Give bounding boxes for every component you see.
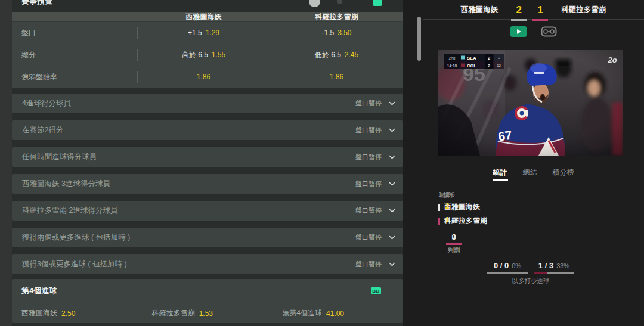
home-score: 2 [511,0,527,20]
live-badge-icon[interactable] [373,0,382,6]
market-label: 西雅圖海妖 3進球得分球員 [22,179,355,189]
scorebug-home-abbr: SEA [467,55,476,61]
market-label: 在賽節2得分 [22,125,355,135]
away-total: 1 [438,216,456,224]
chevron-down-icon [389,155,395,159]
video-scene: 95 [438,50,623,156]
home-total: 2 [438,202,456,210]
option-label: 科羅拉多雪崩 [152,308,195,318]
market-accordion-0[interactable]: 4進球得分球員 盤口暫停 [12,94,403,113]
market-accordion-4[interactable]: 科羅拉多雪崩 2進球得分球員 盤口暫停 [12,201,403,221]
table-row-handicap: 盤口 +1.5 1.29 -1.5 3.50 [12,21,403,44]
away-powerplay: 1 / 3 33% [532,261,575,274]
match-tracker-button[interactable] [541,26,557,37]
odds-value: 1.55 [212,51,225,59]
markets-topbar: 賽事預覽 [12,0,403,12]
away-penalties-bar [446,243,462,245]
option-label: 西雅圖海妖 [21,308,57,318]
scorebug-away-score: 2 [488,63,490,69]
column-divider [137,71,138,83]
rink-icon [541,26,557,37]
fourth-goal-header: 第4個進球 BB [12,279,403,303]
odds-cell-away-moneyline[interactable]: 1.86 [270,66,403,88]
odds-value: 41.00 [326,309,344,318]
option-home-fourth-goal[interactable]: 西雅圖海妖 2.50 [12,308,143,318]
market-status: 盤口暫停 [355,260,382,269]
powerplay-label: 以多打少進球 [512,277,550,285]
away-team-column-header: 科羅拉多雪崩 [270,12,403,21]
penalties-section: 3 判罰 0 判罰 [438,232,623,259]
market-status: 盤口暫停 [355,99,382,108]
market-accordion-1[interactable]: 在賽節2得分 盤口暫停 [12,120,403,140]
home-powerplay: 0 / 0 0% [486,261,529,274]
video-scorebug: 2nd SEA 2 1 14:18 COL 2 [444,54,504,69]
odds-value: 2.50 [61,309,75,318]
scorebug-away-abbr: COL [467,63,476,69]
period-scoreboard: 14:06 1 2 3 總分 西雅圖海妖 1 1 2 [438,191,623,226]
odds-value: 2.45 [345,51,358,59]
betting-app: 賽事預覽 西雅圖海妖 科羅拉多雪崩 盤口 +1.5 1.29 [0,0,644,326]
broadcaster-watermark: 2o [607,55,617,64]
home-powerplay-bar [487,272,528,274]
market-accordion-6[interactable]: 獲得3個或更多進球 ( 包括加時 ) 盤口暫停 [12,254,403,274]
home-powerplay-value: 0 / 0 [494,261,509,270]
menu-icon[interactable] [337,0,342,4]
tab-stats[interactable]: 統計 [493,165,507,181]
odds-cell-away-handicap[interactable]: -1.5 3.50 [270,22,403,44]
odds-value: 1.86 [197,73,210,81]
option-label: 無第4個進球 [282,308,322,318]
live-score-header: 西雅圖海妖 2 1 科羅拉多雪崩 [423,0,644,20]
away-score: 1 [532,0,548,20]
odds-cell-home-handicap[interactable]: +1.5 1.29 [137,22,270,44]
odds-cell-home-moneyline[interactable]: 1.86 [137,66,270,88]
market-label: 獲得3個或更多進球 ( 包括加時 ) [22,259,355,269]
fourth-goal-title: 第4個進球 [21,285,57,296]
market-accordion-5[interactable]: 獲得兩個或更多進球 ( 包括加時 ) 盤口暫停 [12,228,403,247]
chevron-down-icon [389,209,395,213]
scrollbar-thumb[interactable] [417,17,421,61]
media-toggle-row [423,26,644,38]
markets-content: 賽事預覽 西雅圖海妖 科羅拉多雪崩 盤口 +1.5 1.29 [12,0,403,326]
market-accordion-3[interactable]: 西雅圖海妖 3進球得分球員 盤口暫停 [12,174,403,194]
powerplay-section: 0 / 0 0% 1 / 3 33% 以多打少進球 [438,261,623,285]
total-header: 總分 [438,191,456,200]
market-accordion-2[interactable]: 任何時間進球得分球員 盤口暫停 [12,147,403,167]
chevron-down-icon [389,262,395,266]
main-odds-table: 西雅圖海妖 科羅拉多雪崩 盤口 +1.5 1.29 -1.5 3.50 [12,12,403,88]
odds-cell-under[interactable]: 低於 6.5 2.45 [270,44,403,66]
chevron-down-icon [389,101,395,105]
market-label: 科羅拉多雪崩 2進球得分球員 [22,206,355,216]
scoreboard-row-home: 西雅圖海妖 1 1 2 [438,201,623,213]
penalties-label: 判罰 [438,246,469,254]
avatar-pill-icon[interactable] [309,0,320,7]
odds-cell-over[interactable]: 高於 6.5 1.55 [137,44,270,66]
odds-table-header: 西雅圖海妖 科羅拉多雪崩 [12,12,403,21]
away-powerplay-value: 1 / 3 [538,261,553,270]
home-powerplay-pct: 0% [512,262,521,269]
video-stream-button[interactable] [510,26,527,37]
option-away-fourth-goal[interactable]: 科羅拉多雪崩 1.53 [143,308,273,318]
option-no-fourth-goal[interactable]: 無第4個進球 41.00 [273,308,403,318]
market-status: 盤口暫停 [355,206,382,215]
odds-header-spacer [12,12,137,21]
market-label: 任何時間進球得分球員 [22,152,355,162]
line-value: 高於 6.5 [182,50,208,60]
line-value: -1.5 [321,29,334,37]
tab-summary[interactable]: 總結 [523,165,537,181]
away-powerplay-bar [534,272,574,274]
left-edge-strip [0,0,12,326]
stats-tabs: 統計 總結 積分榜 [423,165,644,181]
bet-builder-badge[interactable]: BB [371,287,381,294]
away-powerplay-pct: 33% [556,262,569,269]
scorebug-home-score: 2 [488,55,490,61]
market-label: 獲得兩個或更多進球 ( 包括加時 ) [22,232,355,243]
away-penalties: 0 判罰 [438,232,469,254]
play-icon [517,29,521,34]
tab-standings[interactable]: 積分榜 [553,165,574,181]
away-penalties-value: 0 [438,232,469,241]
row-label: 強弱盤賠率 [12,66,137,88]
line-value: 低於 6.5 [315,50,341,60]
scorebug-period: 2nd [449,56,456,60]
home-team-name: 西雅圖海妖 [461,5,499,15]
live-video-player[interactable]: 95 [438,50,623,156]
